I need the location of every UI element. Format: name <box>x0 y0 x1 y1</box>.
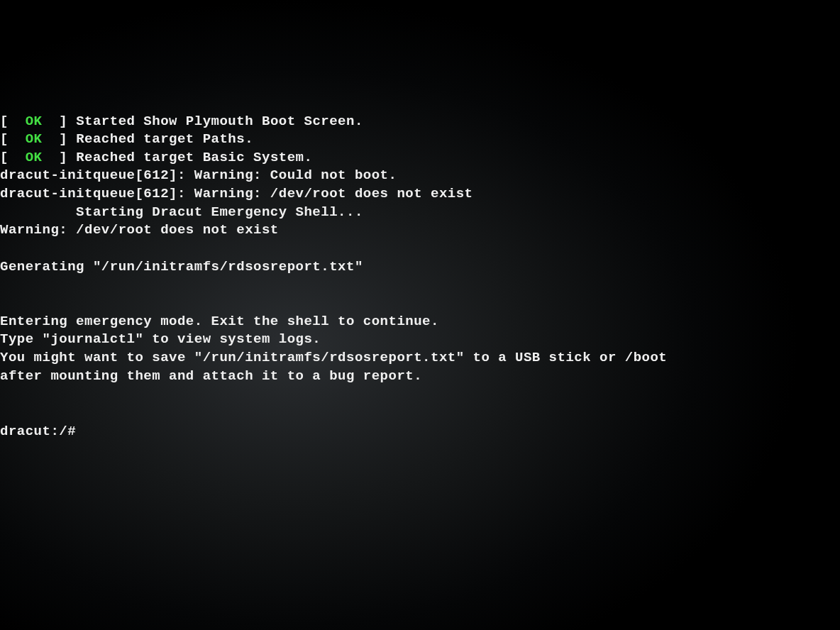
terminal-line: dracut-initqueue[612]: Warning: /dev/roo… <box>0 185 840 204</box>
terminal-line <box>0 294 840 313</box>
terminal-line: Generating "/run/initramfs/rdsosreport.t… <box>0 258 840 277</box>
terminal-text: [ <box>0 150 26 165</box>
terminal-line <box>0 240 840 258</box>
terminal-line: You might want to save "/run/initramfs/r… <box>0 349 840 368</box>
terminal-text: Entering emergency mode. Exit the shell … <box>0 314 439 329</box>
terminal-line: Warning: /dev/root does not exist <box>0 221 840 240</box>
terminal-text: Generating "/run/initramfs/rdsosreport.t… <box>0 259 363 275</box>
shell-prompt[interactable]: dracut:/# <box>0 423 840 441</box>
terminal-text: Warning: /dev/root does not exist <box>0 222 279 238</box>
terminal-line: after mounting them and attach it to a b… <box>0 368 840 386</box>
terminal-line: Type "journalctl" to view system logs. <box>0 331 840 349</box>
terminal-line <box>0 385 840 404</box>
terminal-text: dracut-initqueue[612]: Warning: Could no… <box>0 167 397 183</box>
terminal-line <box>0 276 840 294</box>
terminal-text: Type "journalctl" to view system logs. <box>0 331 321 347</box>
terminal-text: Starting Dracut Emergency Shell... <box>0 204 363 220</box>
terminal-output: [ OK ] Started Show Plymouth Boot Screen… <box>0 113 840 441</box>
terminal-text: dracut-initqueue[612]: Warning: /dev/roo… <box>0 186 473 201</box>
terminal-line: [ OK ] Reached target Paths. <box>0 131 840 149</box>
terminal-text: ] Reached target Paths. <box>43 131 254 147</box>
terminal-text: ] Reached target Basic System. <box>43 150 313 165</box>
terminal-line: Entering emergency mode. Exit the shell … <box>0 313 840 331</box>
terminal-text: after mounting them and attach it to a b… <box>0 368 422 384</box>
terminal-line: [ OK ] Reached target Basic System. <box>0 149 840 167</box>
terminal-text: You might want to save "/run/initramfs/r… <box>0 350 667 365</box>
terminal-text: [ <box>0 114 26 129</box>
terminal-line: dracut-initqueue[612]: Warning: Could no… <box>0 167 840 185</box>
terminal-text: ] Started Show Plymouth Boot Screen. <box>43 114 363 129</box>
terminal-line <box>0 404 840 422</box>
status-ok: OK <box>26 131 43 147</box>
terminal-line: [ OK ] Started Show Plymouth Boot Screen… <box>0 113 840 131</box>
status-ok: OK <box>26 114 43 129</box>
status-ok: OK <box>26 150 43 165</box>
terminal-line: Starting Dracut Emergency Shell... <box>0 204 840 222</box>
terminal-text: [ <box>0 131 26 147</box>
terminal-text: dracut:/# <box>0 424 84 439</box>
